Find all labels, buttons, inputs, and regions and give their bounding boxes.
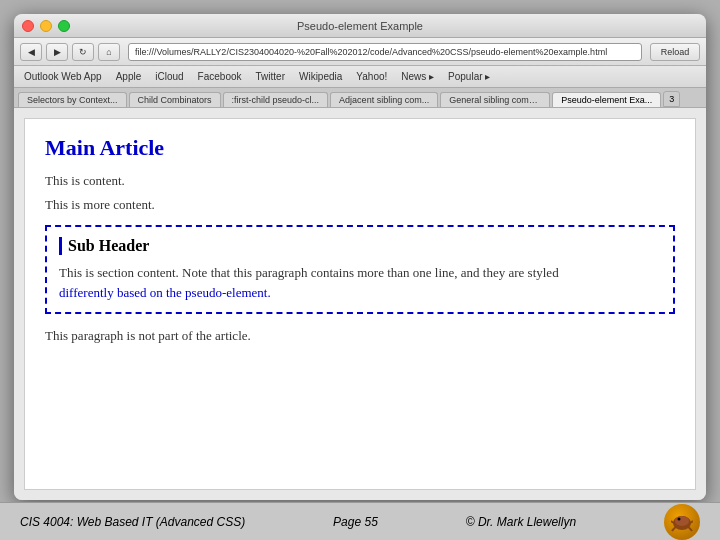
bookmark-twitter[interactable]: Twitter <box>250 69 291 84</box>
bookmark-yahoo[interactable]: Yahoo! <box>350 69 393 84</box>
outside-para: This paragraph is not part of the articl… <box>45 328 675 344</box>
bookmark-icloud[interactable]: iCloud <box>149 69 189 84</box>
minimize-button[interactable] <box>40 20 52 32</box>
bottom-center: Page 55 <box>333 515 378 529</box>
bookmark-wikipedia[interactable]: Wikipedia <box>293 69 348 84</box>
section-other-lines: differently based on the pseudo-element. <box>59 285 271 300</box>
home-button[interactable]: ⌂ <box>98 43 120 61</box>
tab-child[interactable]: Child Combinators <box>129 92 221 107</box>
back-button[interactable]: ◀ <box>20 43 42 61</box>
browser-window: Pseudo-element Example ◀ ▶ ↻ ⌂ file:///V… <box>14 14 706 500</box>
section-content: This is section content. Note that this … <box>59 263 661 302</box>
tab-general[interactable]: General sibling comb... <box>440 92 550 107</box>
bookmark-popular[interactable]: Popular ▸ <box>442 69 496 84</box>
bookmark-facebook[interactable]: Facebook <box>192 69 248 84</box>
titlebar: Pseudo-element Example <box>14 14 706 38</box>
bookmark-news[interactable]: News ▸ <box>395 69 440 84</box>
address-bar[interactable]: file:///Volumes/RALLY2/CIS2304004020-%20… <box>128 43 642 61</box>
section-first-line: This is section content. Note that this … <box>59 265 559 280</box>
close-button[interactable] <box>22 20 34 32</box>
bottom-right: © Dr. Mark Llewellyn <box>466 515 576 529</box>
tabs-bar: Selectors by Context... Child Combinator… <box>14 88 706 108</box>
svg-point-1 <box>675 516 689 526</box>
article-title: Main Article <box>45 135 675 161</box>
tab-first-child[interactable]: :first-child pseudo-cl... <box>223 92 329 107</box>
article-para1: This is content. <box>45 173 675 189</box>
sub-header: Sub Header <box>59 237 661 255</box>
reload-button[interactable]: Reload <box>650 43 700 61</box>
article-content: This is content. This is more content. <box>45 173 675 213</box>
tab-pseudo-element[interactable]: Pseudo-element Exa... <box>552 92 661 107</box>
bookmarks-bar: Outlook Web App Apple iCloud Facebook Tw… <box>14 66 706 88</box>
maximize-button[interactable] <box>58 20 70 32</box>
bottom-bar: CIS 4004: Web Based IT (Advanced CSS) Pa… <box>0 502 720 540</box>
article-para2: This is more content. <box>45 197 675 213</box>
tab-adjacent[interactable]: Adjacent sibling com... <box>330 92 438 107</box>
logo-svg <box>671 511 693 533</box>
refresh-button[interactable]: ↻ <box>72 43 94 61</box>
window-title: Pseudo-element Example <box>297 20 423 32</box>
bookmark-apple[interactable]: Apple <box>110 69 148 84</box>
svg-point-2 <box>678 517 681 520</box>
logo-icon <box>664 504 700 540</box>
address-text: file:///Volumes/RALLY2/CIS2304004020-%20… <box>135 47 607 57</box>
section-box: Sub Header This is section content. Note… <box>45 225 675 314</box>
toolbar: ◀ ▶ ↻ ⌂ file:///Volumes/RALLY2/CIS230400… <box>14 38 706 66</box>
traffic-lights <box>22 20 70 32</box>
bottom-left: CIS 4004: Web Based IT (Advanced CSS) <box>20 515 245 529</box>
content-area: Main Article This is content. This is mo… <box>14 108 706 500</box>
tab-count: 3 <box>663 91 680 107</box>
forward-button[interactable]: ▶ <box>46 43 68 61</box>
webpage: Main Article This is content. This is mo… <box>24 118 696 490</box>
tab-selectors[interactable]: Selectors by Context... <box>18 92 127 107</box>
bookmark-outlook[interactable]: Outlook Web App <box>18 69 108 84</box>
